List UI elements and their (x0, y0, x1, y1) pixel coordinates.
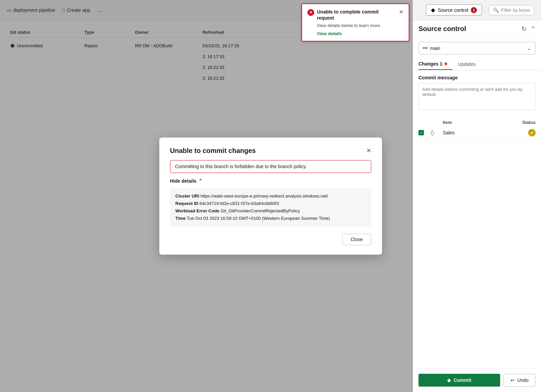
undo-label: Undo (517, 377, 529, 383)
error-toast-description: View details below to learn more. (317, 23, 403, 28)
time-row: Time Tue Oct 03 2023 16:59:10 GMT+0100 (… (175, 215, 366, 222)
items-section: Item Status ✓ 〈〉 Sales (413, 116, 541, 368)
chart-icon: 〈〉 (431, 130, 443, 136)
right-panel-title: Source control (418, 25, 466, 33)
tabs: Changes 1 Updates (413, 58, 541, 70)
request-id-label: Request ID (175, 201, 198, 206)
tab-changes-label: Changes 1 (418, 61, 442, 67)
item-name: Sales (443, 130, 528, 135)
chevron-down-icon: ⌄ (527, 46, 531, 51)
branch-icon: ⚯ (423, 45, 427, 51)
source-control-icon: ◆ (431, 7, 435, 13)
source-control-button[interactable]: ◆ Source control 1 (426, 4, 482, 16)
item-checkbox[interactable]: ✓ (418, 130, 424, 135)
items-header: Item Status (418, 119, 536, 126)
dialog-footer: Close (170, 234, 371, 245)
branch-name: main (430, 46, 440, 51)
error-toast-title: Unable to complete commit request (317, 9, 396, 21)
details-box: Cluster URI https://wabi-west-europe-e-p… (170, 188, 371, 227)
filter-placeholder: Filter by keyw (501, 7, 530, 13)
cluster-uri-value: https://wabi-west-europe-e-primary-redir… (200, 193, 328, 199)
search-icon: 🔍 (493, 7, 499, 13)
hide-details-label: Hide details (170, 178, 197, 184)
tab-changes[interactable]: Changes 1 (418, 58, 453, 70)
dialog-close-button[interactable]: ✕ (366, 147, 371, 154)
request-id-row: Request ID 64c34719-fd2e-c831-f37e-b3a64… (175, 200, 366, 207)
tab-updates-label: Updates (458, 61, 476, 67)
right-panel-header: Source control ↻ ⌃ (413, 20, 541, 38)
undo-icon: ↩ (511, 377, 515, 383)
refresh-icon[interactable]: ↻ (521, 25, 526, 33)
commit-button[interactable]: ◆ Commit (418, 374, 500, 387)
hide-details-toggle[interactable]: Hide details ⌃ (170, 178, 371, 184)
view-details-link[interactable]: View details (317, 31, 342, 36)
cluster-uri-label: Cluster URI (175, 193, 199, 199)
col-status-label: Status (522, 120, 536, 125)
dialog-title: Unable to commit changes (170, 147, 256, 155)
filter-input[interactable]: 🔍 Filter by keyw (489, 5, 534, 15)
dialog-header: Unable to commit changes ✕ (170, 147, 371, 155)
branch-selector-left: ⚯ main (423, 45, 440, 51)
commit-section: Commit message (413, 70, 541, 116)
commit-message-label: Commit message (418, 75, 536, 80)
toast-close-button[interactable]: ✕ (399, 9, 403, 15)
tab-updates[interactable]: Updates (458, 58, 481, 70)
commit-label: Commit (454, 377, 471, 383)
status-badge (528, 129, 536, 136)
list-item: ✓ 〈〉 Sales (418, 126, 536, 139)
workload-error-label: Workload Error Code (175, 208, 220, 213)
commit-icon: ◆ (447, 377, 451, 383)
collapse-icon[interactable]: ⌃ (531, 25, 536, 33)
dialog-close-btn[interactable]: Close (342, 234, 371, 245)
workload-error-row: Workload Error Code Git_GitProviderCommi… (175, 207, 366, 215)
time-label: Time (175, 216, 186, 221)
source-control-label: Source control (438, 7, 468, 13)
cluster-uri-row: Cluster URI https://wabi-west-europe-e-p… (175, 192, 366, 200)
time-value: Tue Oct 03 2023 16:59:10 GMT+0100 (Weste… (187, 216, 330, 221)
workload-error-value: Git_GitProviderCommitRejectedByPolicy (221, 208, 300, 213)
error-toast-header: ✕ Unable to complete commit request ✕ (307, 9, 403, 21)
error-message-box: Committing to this branch is forbidden d… (170, 160, 371, 173)
chevron-up-icon: ⌃ (198, 178, 202, 184)
changes-dot (444, 62, 447, 65)
right-panel-footer: ◆ Commit ↩ Undo (413, 368, 541, 392)
branch-selector[interactable]: ⚯ main ⌄ (418, 42, 536, 54)
col-item-label: Item (443, 120, 522, 125)
error-toast: ✕ Unable to complete commit request ✕ Vi… (301, 3, 409, 42)
right-panel-icons: ↻ ⌃ (521, 25, 536, 33)
error-message-text: Committing to this branch is forbidden d… (175, 164, 307, 169)
source-control-badge: 1 (471, 7, 477, 13)
error-icon: ✕ (307, 9, 314, 16)
unable-to-commit-dialog: Unable to commit changes ✕ Committing to… (159, 137, 382, 255)
right-panel: Source control ↻ ⌃ ⚯ main ⌄ Changes 1 Up… (413, 20, 541, 392)
request-id-value: 64c34719-fd2e-c831-f37e-b3a64cbb60f3 (199, 201, 279, 206)
error-toast-title-row: ✕ Unable to complete commit request (307, 9, 396, 21)
commit-message-textarea[interactable] (418, 83, 536, 110)
undo-button[interactable]: ↩ Undo (504, 374, 536, 387)
